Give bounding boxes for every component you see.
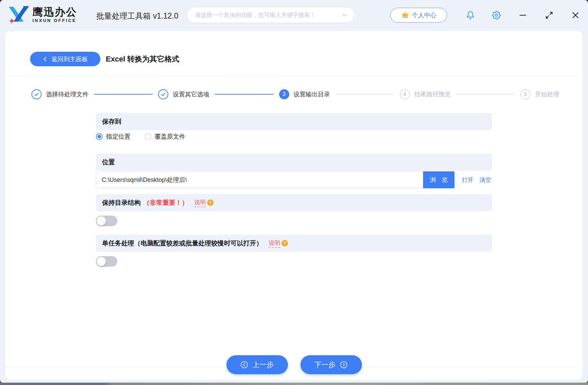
question-mark-icon[interactable]: ?	[281, 240, 288, 246]
step-1: 选择待处理文件	[31, 89, 89, 99]
clear-path-link[interactable]: 清空	[480, 176, 491, 184]
circle-arrow-left-icon	[240, 361, 248, 369]
step-connector	[456, 94, 515, 95]
radio-unselected-icon	[145, 133, 151, 140]
help-link[interactable]: 说明	[269, 239, 280, 248]
single-task-section-header: 单任务处理（电脑配置较差或批量处理较慢时可以打开） 说明 ?	[96, 235, 492, 252]
check-icon	[158, 89, 168, 99]
radio-specified-location[interactable]: 指定位置	[96, 133, 130, 141]
step-1-label: 选择待处理文件	[46, 90, 89, 98]
location-section-header: 位置	[96, 153, 492, 171]
chevron-left-icon	[43, 56, 48, 62]
open-folder-link[interactable]: 打开	[462, 176, 473, 184]
save-to-section-header: 保存到	[96, 113, 492, 130]
close-button[interactable]	[570, 10, 581, 20]
browse-button[interactable]: 浏 览	[423, 171, 455, 188]
keep-structure-toggle-off[interactable]	[96, 216, 117, 226]
divider	[5, 76, 583, 76]
single-task-toggle-off[interactable]	[96, 256, 117, 267]
save-to-options: 指定位置 覆盖原文件	[96, 133, 185, 141]
crown-icon	[401, 11, 409, 20]
step-indicator: 选择待处理文件 设置其它选项 3 设置输出目录 4 结果路径预览 5	[31, 88, 559, 101]
brand-logo-icon	[8, 5, 29, 25]
location-title: 位置	[102, 158, 115, 167]
step-connector	[215, 94, 273, 95]
app-window: 鹰迅办公 INXUN OFFICE 批量处理工具箱 v1.12.0 个人中心	[0, 0, 588, 383]
maximize-button[interactable]	[544, 10, 554, 20]
step-4-number: 4	[400, 89, 410, 99]
toggle-knob	[97, 216, 106, 225]
brand: 鹰迅办公 INXUN OFFICE	[8, 5, 77, 25]
step-3-label: 设置输出目录	[294, 90, 330, 98]
personal-center-button[interactable]: 个人中心	[390, 8, 447, 23]
step-2-label: 设置其它选项	[173, 90, 209, 98]
save-to-title: 保存到	[102, 117, 121, 126]
footer-buttons: 上一步 下一步	[5, 355, 583, 374]
chevron-down-icon[interactable]	[342, 13, 347, 18]
main-card: 返回到主面板 Excel 转换为其它格式 选择待处理文件 设置其它选项 3	[5, 31, 583, 380]
radio-label: 指定位置	[106, 133, 130, 141]
minimize-button[interactable]	[518, 10, 528, 20]
step-5: 5 开始处理	[520, 89, 559, 99]
settings-gear-icon[interactable]	[491, 10, 501, 20]
back-label: 返回到主面板	[51, 55, 88, 63]
output-path-input[interactable]	[96, 171, 423, 188]
location-row: 浏 览 打开 清空	[96, 171, 491, 188]
step-3-current: 3 设置输出目录	[279, 89, 330, 99]
step-3-number: 3	[279, 89, 289, 99]
step-2: 设置其它选项	[158, 89, 209, 99]
page-title: Excel 转换为其它格式	[106, 54, 179, 64]
brand-subtitle: INXUN OFFICE	[32, 18, 77, 23]
previous-step-label: 上一步	[252, 360, 274, 369]
app-title: 批量处理工具箱 v1.12.0	[96, 11, 178, 21]
radio-label: 覆盖原文件	[155, 133, 185, 141]
radio-overwrite-original[interactable]: 覆盖原文件	[145, 133, 185, 141]
step-connector	[94, 94, 153, 95]
keep-structure-help[interactable]: 说明 ?	[194, 198, 214, 207]
next-step-button[interactable]: 下一步	[300, 355, 362, 374]
step-4-label: 结果路径预览	[414, 90, 451, 98]
brand-text: 鹰迅办公 INXUN OFFICE	[32, 7, 77, 23]
step-5-number: 5	[520, 89, 531, 99]
notifications-bell-icon[interactable]	[465, 10, 475, 20]
back-to-dashboard-button[interactable]: 返回到主面板	[30, 52, 100, 66]
next-step-label: 下一步	[314, 360, 336, 369]
previous-step-button[interactable]: 上一步	[226, 355, 288, 374]
radio-selected-icon	[96, 133, 103, 140]
circle-arrow-right-icon	[340, 361, 348, 369]
app-header: 鹰迅办公 INXUN OFFICE 批量处理工具箱 v1.12.0 个人中心	[0, 0, 588, 31]
keep-structure-title: 保持目录结构	[102, 198, 141, 207]
single-task-help[interactable]: 说明 ?	[269, 239, 288, 248]
question-mark-icon[interactable]: ?	[207, 199, 214, 206]
personal-center-label: 个人中心	[412, 11, 436, 19]
step-5-label: 开始处理	[535, 90, 559, 98]
help-link[interactable]: 说明	[194, 198, 206, 207]
desktop-background-strip	[0, 383, 588, 385]
keep-structure-section-header: 保持目录结构 （非常重要！） 说明 ?	[96, 194, 492, 211]
single-task-title: 单任务处理（电脑配置较差或批量处理较慢时可以打开）	[102, 239, 263, 248]
toggle-knob	[97, 257, 106, 266]
step-connector	[336, 94, 394, 95]
step-4: 4 结果路径预览	[400, 89, 451, 99]
important-note: （非常重要！）	[143, 198, 188, 207]
search-input[interactable]	[195, 12, 342, 19]
function-search-select[interactable]	[187, 7, 354, 23]
check-icon	[31, 89, 42, 99]
brand-name: 鹰迅办公	[32, 7, 77, 18]
location-links: 打开 清空	[462, 176, 491, 184]
